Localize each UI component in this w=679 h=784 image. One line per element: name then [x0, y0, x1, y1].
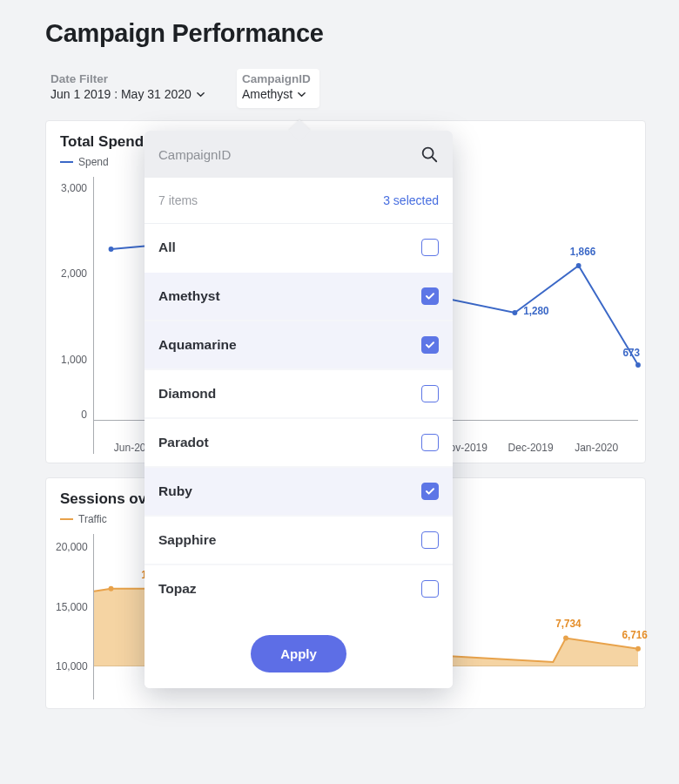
dropdown-title: CampaignID [158, 147, 231, 162]
x-tick: Dec-2019 [498, 442, 564, 454]
date-filter-label: Date Filter [50, 72, 205, 85]
y-tick: 0 [56, 409, 87, 421]
legend-swatch-icon [60, 518, 73, 520]
y-tick: 3,000 [56, 182, 87, 194]
y-tick: 20,000 [56, 541, 87, 553]
svg-point-4 [635, 362, 641, 368]
dropdown-item[interactable]: Paradot [145, 419, 453, 466]
apply-button[interactable]: Apply [251, 635, 346, 672]
svg-text:673: 673 [622, 347, 640, 359]
dropdown-item[interactable]: Topaz [145, 565, 453, 612]
dropdown-footer: Apply [145, 619, 453, 688]
svg-text:6,716: 6,716 [622, 628, 648, 640]
dropdown-list: AmethystAquamarineDiamondParadotRubySapp… [145, 273, 453, 612]
dropdown-item-label: Amethyst [158, 288, 220, 304]
svg-point-13 [563, 636, 568, 641]
campaign-filter[interactable]: CampaignID Amethyst [237, 69, 319, 108]
svg-point-2 [512, 310, 517, 315]
svg-text:7,734: 7,734 [555, 618, 582, 630]
sessions-legend-label: Traffic [78, 513, 107, 525]
date-filter[interactable]: Date Filter Jun 1 2019 : May 31 2020 [45, 69, 214, 108]
dropdown-item-label: Aquamarine [158, 337, 237, 353]
dropdown-meta: 7 items 3 selected [145, 178, 453, 224]
svg-point-14 [635, 646, 641, 652]
checkbox[interactable] [421, 239, 439, 256]
chevron-down-icon [297, 90, 306, 99]
checkbox[interactable] [421, 434, 439, 451]
dropdown-item[interactable]: Diamond [145, 370, 453, 417]
checkbox[interactable] [421, 385, 439, 402]
legend-swatch-icon [60, 161, 73, 163]
campaign-dropdown: CampaignID 7 items 3 selected All Amethy… [145, 131, 453, 688]
checkbox[interactable] [421, 287, 439, 305]
svg-text:1,280: 1,280 [523, 305, 549, 317]
search-icon[interactable] [420, 145, 439, 164]
svg-point-0 [109, 247, 114, 252]
date-filter-text: Jun 1 2019 : May 31 2020 [50, 87, 192, 101]
selected-count: 3 selected [383, 193, 439, 207]
dropdown-item-label: Paradot [158, 435, 209, 450]
items-count: 7 items [158, 193, 198, 207]
svg-point-3 [576, 263, 582, 268]
dropdown-item[interactable]: Ruby [145, 468, 453, 515]
dropdown-item[interactable]: Sapphire [145, 517, 453, 564]
checkbox[interactable] [421, 483, 439, 500]
checkbox[interactable] [421, 580, 439, 598]
y-tick: 10,000 [56, 660, 87, 672]
spend-legend-label: Spend [78, 156, 109, 168]
dropdown-all-row[interactable]: All [145, 224, 453, 271]
dropdown-item-label: Diamond [158, 386, 216, 402]
filter-bar: Date Filter Jun 1 2019 : May 31 2020 Cam… [45, 69, 646, 108]
dropdown-item-label: Sapphire [158, 532, 216, 548]
campaign-filter-value[interactable]: Amethyst [242, 87, 311, 101]
dropdown-item[interactable]: Amethyst [145, 273, 453, 320]
x-tick: Jan-2020 [563, 442, 629, 454]
y-tick: 2,000 [56, 267, 87, 280]
campaign-filter-text: Amethyst [242, 87, 292, 101]
campaign-filter-label: CampaignID [242, 72, 311, 85]
dropdown-item-label: Topaz [158, 581, 197, 597]
chevron-down-icon [196, 90, 205, 99]
svg-text:1,866: 1,866 [570, 246, 596, 258]
y-tick: 15,000 [56, 601, 87, 613]
page-title: Campaign Performance [45, 19, 646, 48]
svg-point-9 [109, 586, 114, 591]
all-label: All [158, 240, 176, 255]
dropdown-item[interactable]: Aquamarine [145, 321, 453, 368]
checkbox[interactable] [421, 531, 439, 549]
svg-line-19 [432, 157, 436, 161]
checkbox[interactable] [421, 336, 439, 354]
dropdown-item-label: Ruby [158, 483, 192, 499]
y-tick: 1,000 [56, 354, 87, 366]
date-filter-value[interactable]: Jun 1 2019 : May 31 2020 [50, 87, 205, 101]
